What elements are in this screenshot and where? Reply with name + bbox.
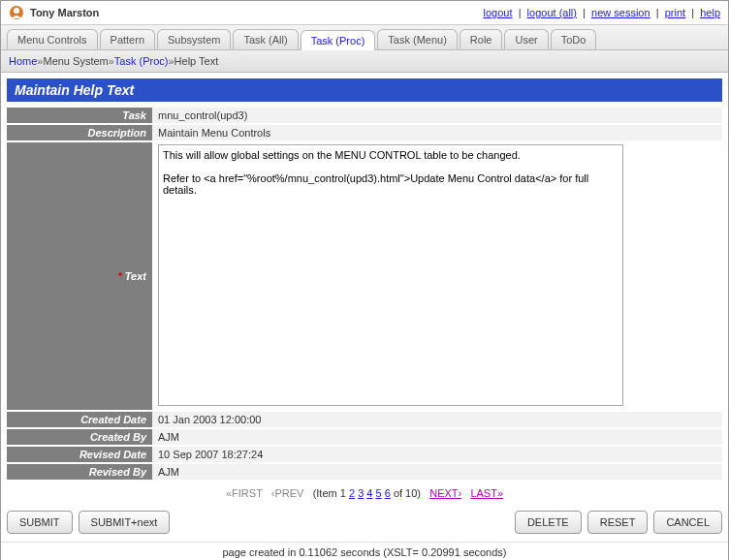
logout-all-link[interactable]: logout (all) [527, 7, 577, 18]
label-task: Task [7, 108, 152, 124]
required-star-icon: * [118, 270, 122, 282]
tab-task-all[interactable]: Task (All) [233, 29, 298, 49]
breadcrumb: Home»Menu System»Task (Proc)»Help Text [1, 50, 728, 73]
tab-subsystem[interactable]: Subsystem [157, 29, 231, 49]
label-created-by: Created By [7, 428, 152, 446]
svg-point-1 [14, 8, 19, 14]
crumb-home[interactable]: Home [9, 55, 37, 67]
value-task: mnu_control(upd3) [152, 108, 722, 124]
value-created-date: 01 Jan 2003 12:00:00 [152, 411, 722, 428]
value-description: Maintain Menu Controls [152, 124, 722, 141]
footer-timing: page created in 0.11062 seconds (XSLT= 0… [1, 542, 728, 560]
label-created-date: Created Date [7, 411, 152, 428]
pager-first: «FIRST [226, 487, 263, 499]
app-icon [9, 5, 24, 20]
submit-button[interactable]: SUBMIT [7, 511, 73, 534]
value-revised-date: 10 Sep 2007 18:27:24 [152, 446, 722, 463]
crumb-task-proc[interactable]: Task (Proc) [114, 55, 169, 67]
text-input[interactable] [158, 144, 623, 406]
reset-button[interactable]: RESET [587, 511, 649, 534]
label-revised-by: Revised By [7, 463, 152, 481]
crumb-help-text: Help Text [174, 55, 219, 67]
user-name: Tony Marston [30, 7, 99, 18]
tab-menu-controls[interactable]: Menu Controls [7, 29, 98, 49]
tab-task-proc[interactable]: Task (Proc) [301, 30, 376, 50]
pager-page-4[interactable]: 4 [366, 487, 372, 499]
pager-last[interactable]: LAST» [470, 487, 503, 499]
tab-role[interactable]: Role [460, 29, 503, 49]
label-text: *Text [7, 141, 152, 411]
label-description: Description [7, 124, 152, 141]
value-revised-by: AJM [152, 463, 722, 481]
header-links: logout | logout (all) | new session | pr… [484, 7, 720, 18]
pager-current: 1 [340, 487, 346, 499]
pager-item-prefix: (Item [313, 487, 340, 499]
action-row: SUBMIT SUBMIT+next DELETE RESET CANCEL [1, 507, 728, 542]
page-title: Maintain Help Text [7, 78, 722, 102]
logout-link[interactable]: logout [484, 7, 513, 18]
crumb-menu-system: Menu System [43, 55, 108, 67]
tab-todo[interactable]: ToDo [551, 29, 597, 49]
pager-page-5[interactable]: 5 [376, 487, 382, 499]
pager-prev: ‹PREV [271, 487, 304, 499]
pager-next[interactable]: NEXT› [429, 487, 461, 499]
top-bar: Tony Marston logout | logout (all) | new… [1, 1, 728, 25]
tab-task-menu[interactable]: Task (Menu) [377, 29, 458, 49]
pager-page-3[interactable]: 3 [358, 487, 364, 499]
submit-next-button[interactable]: SUBMIT+next [79, 511, 171, 534]
cancel-button[interactable]: CANCEL [653, 511, 722, 534]
pagination: «FIRST ‹PREV (Item 1 2 3 4 5 6 of 10) NE… [7, 482, 722, 501]
pager-page-2[interactable]: 2 [349, 487, 355, 499]
pager-page-6[interactable]: 6 [385, 487, 391, 499]
new-session-link[interactable]: new session [591, 7, 650, 18]
print-link[interactable]: print [665, 7, 685, 18]
help-link[interactable]: help [700, 7, 720, 18]
value-created-by: AJM [152, 428, 722, 446]
tab-user[interactable]: User [504, 29, 548, 49]
label-revised-date: Revised Date [7, 446, 152, 463]
tab-pattern[interactable]: Pattern [100, 29, 155, 49]
delete-button[interactable]: DELETE [515, 511, 582, 534]
pager-item-suffix: of 10) [394, 487, 421, 499]
tab-bar: Menu Controls Pattern Subsystem Task (Al… [1, 25, 728, 50]
form-table: Task mnu_control(upd3) Description Maint… [7, 108, 722, 482]
